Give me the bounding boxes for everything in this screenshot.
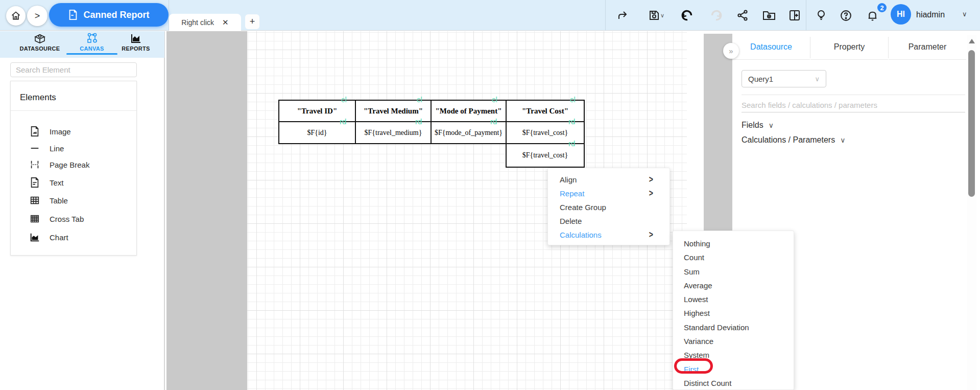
sidebar-tab-reports[interactable]: REPORTS <box>110 32 161 52</box>
annotation-highlight-ring <box>674 358 713 374</box>
username[interactable]: hiadmin <box>916 10 945 19</box>
canvas-icon <box>85 32 99 44</box>
element-item-cross-tab[interactable]: Cross Tab <box>29 213 131 225</box>
expand-breadcrumb-button[interactable]: > <box>27 6 47 26</box>
avatar[interactable]: HI <box>891 4 911 25</box>
search-element-input[interactable] <box>10 62 137 77</box>
collapse-panel-button[interactable]: » <box>723 43 739 59</box>
divider <box>11 110 136 111</box>
active-tab-underline <box>66 53 117 55</box>
save-icon <box>648 9 660 21</box>
tab-property[interactable]: Property <box>810 35 888 60</box>
submenu-item-average[interactable]: Average <box>673 279 794 292</box>
cell-tag-rd: rd <box>568 139 575 148</box>
report-tab[interactable]: Right click ✕ <box>169 14 241 31</box>
sidebar-tab-canvas[interactable]: CANVAS <box>66 32 117 55</box>
element-label: Text <box>50 178 64 187</box>
tab-datasource[interactable]: Datasource <box>732 35 810 60</box>
element-label: Image <box>50 127 71 136</box>
cell-tag-rd: rd <box>490 117 497 126</box>
export-button[interactable] <box>615 7 631 24</box>
section-calculations-parameters[interactable]: Calculations / Parameters∨ <box>742 135 845 145</box>
submenu-chevron-icon: > <box>649 226 653 244</box>
elements-panel: Elements Image Line Page Break Text Tabl… <box>10 81 137 256</box>
preview-button[interactable] <box>761 7 777 24</box>
element-item-text[interactable]: Text <box>29 176 131 189</box>
elements-title: Elements <box>20 93 56 103</box>
submenu-item-lowest[interactable]: Lowest <box>673 292 794 306</box>
divider <box>806 0 806 31</box>
submenu-item-count[interactable]: Count <box>673 250 794 264</box>
submenu-item-nothing[interactable]: Nothing <box>673 237 794 250</box>
submenu-item-highest[interactable]: Highest <box>673 306 794 320</box>
fields-search-input[interactable] <box>742 98 965 112</box>
sidebar-tab-strip: DATASOURCE CANVAS REPORTS <box>0 31 164 58</box>
submenu-item-variance[interactable]: Variance <box>673 334 794 348</box>
element-item-line[interactable]: Line <box>29 142 131 154</box>
home-button[interactable] <box>6 6 26 26</box>
query-select[interactable]: Query1 ∨ <box>742 70 826 87</box>
share-button[interactable] <box>734 7 751 24</box>
element-item-table[interactable]: Table <box>29 194 131 207</box>
cell-tag-cl: cl <box>417 95 422 104</box>
sidebar-tab-label: REPORTS <box>122 45 150 52</box>
submenu-item-distinct-count[interactable]: Distinct Count <box>673 376 794 390</box>
element-label: Line <box>50 144 64 153</box>
scroll-up-arrow[interactable] <box>969 39 975 43</box>
panel-scrollbar[interactable] <box>967 35 976 390</box>
home-icon <box>11 11 21 21</box>
help-icon <box>840 9 852 22</box>
sidebar-tab-datasource[interactable]: DATASOURCE <box>14 32 65 52</box>
submenu-item-standard-deviation[interactable]: Standard Deviation <box>673 320 794 334</box>
chevron-down-icon: ∨ <box>815 75 820 83</box>
section-fields[interactable]: Fields∨ <box>742 121 774 130</box>
divider <box>605 0 606 31</box>
datasource-icon <box>33 32 46 44</box>
element-label: Cross Tab <box>50 215 84 223</box>
element-label: Table <box>50 196 68 205</box>
tab-label: Right click <box>181 18 214 27</box>
tab-parameter[interactable]: Parameter <box>889 35 966 60</box>
menu-item-calculations[interactable]: Calculations> <box>548 228 670 242</box>
ideas-button[interactable] <box>813 7 829 24</box>
sidebar-tab-label: CANVAS <box>80 45 104 52</box>
undo-button[interactable] <box>679 7 696 24</box>
chevron-down-icon: ∨ <box>660 12 664 19</box>
element-item-image[interactable]: Image <box>29 125 131 137</box>
undo-icon <box>681 9 694 22</box>
redo-icon <box>709 9 723 22</box>
context-menu: Align> Repeat> Create Group Delete Calcu… <box>547 168 670 245</box>
page-title: Canned Report <box>83 10 149 20</box>
cell-tag-rd: rd <box>568 117 575 126</box>
save-button[interactable]: ∨ <box>644 7 668 24</box>
report-title-pill[interactable]: Canned Report <box>49 3 169 27</box>
toggle-panel-button[interactable] <box>786 7 803 24</box>
close-icon[interactable]: ✕ <box>222 18 229 27</box>
table-element-icon <box>29 195 40 206</box>
submenu-item-sum[interactable]: Sum <box>673 265 794 279</box>
scrollbar-thumb[interactable] <box>968 50 975 197</box>
reports-icon <box>130 32 142 44</box>
submenu-chevron-icon: > <box>649 185 653 202</box>
element-item-chart[interactable]: Chart <box>29 231 131 243</box>
image-element-icon <box>29 126 40 137</box>
chevron-down-icon: ∨ <box>769 121 774 129</box>
redo-button[interactable] <box>708 7 724 24</box>
chevron-down-icon[interactable]: ∨ <box>962 10 967 18</box>
sidebar-tab-label: DATASOURCE <box>20 45 60 52</box>
help-button[interactable] <box>838 7 854 24</box>
element-item-page-break[interactable]: Page Break <box>29 158 131 171</box>
menu-item-repeat[interactable]: Repeat> <box>548 187 670 200</box>
cell-tag-rd: rd <box>340 117 346 126</box>
line-element-icon <box>29 143 40 154</box>
new-tab-button[interactable]: + <box>245 14 259 29</box>
divider <box>742 95 965 95</box>
cell-tag-cl: cl <box>341 95 347 104</box>
canvas-margin <box>166 31 247 390</box>
menu-item-create-group[interactable]: Create Group <box>548 200 670 214</box>
share-forward-icon <box>617 9 629 21</box>
chart-element-icon <box>29 232 40 243</box>
layout-panel-icon <box>788 9 801 21</box>
page-break-element-icon <box>29 159 40 170</box>
text-element-icon <box>29 177 40 188</box>
